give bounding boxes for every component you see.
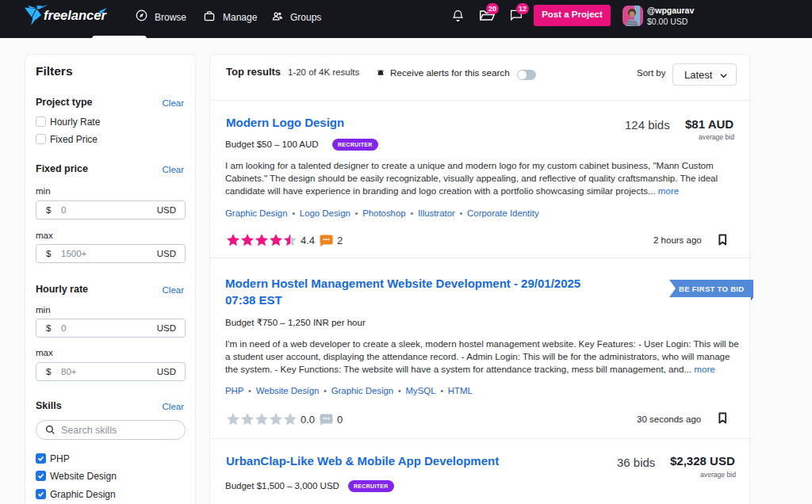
svg-text:BE FIRST TO BID: BE FIRST TO BID: [679, 284, 744, 293]
svg-text:freelancer: freelancer: [44, 8, 107, 22]
